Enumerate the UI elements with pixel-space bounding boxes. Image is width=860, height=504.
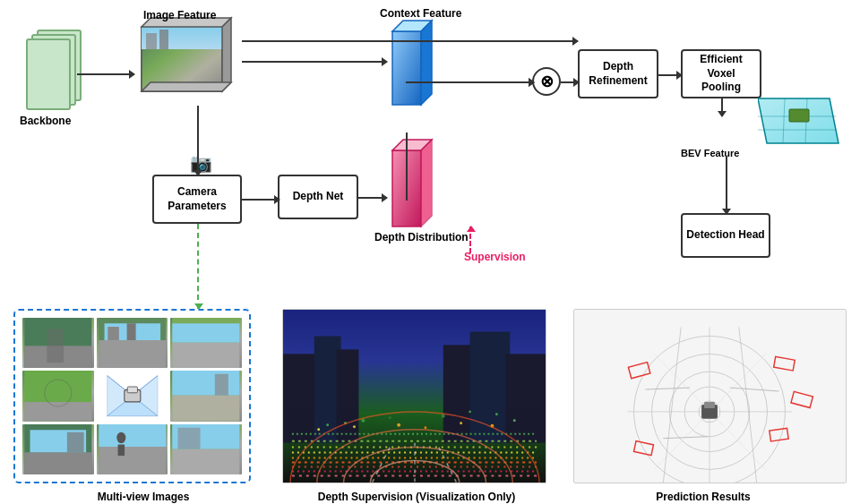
svg-point-89 bbox=[397, 423, 400, 427]
svg-point-78 bbox=[326, 423, 329, 426]
mv-grid bbox=[22, 318, 242, 474]
svg-rect-35 bbox=[24, 402, 91, 421]
svg-rect-33 bbox=[173, 323, 240, 342]
svg-point-82 bbox=[415, 413, 417, 415]
mv-cell-6 bbox=[170, 371, 242, 421]
arrow-imgfeat-depthref-top bbox=[242, 40, 578, 42]
svg-rect-56 bbox=[117, 444, 125, 456]
bev-feature-svg bbox=[758, 90, 847, 157]
mv-cell-9 bbox=[170, 424, 242, 474]
prediction-panel bbox=[573, 309, 847, 483]
svg-point-91 bbox=[460, 422, 462, 424]
backbone-stack bbox=[25, 27, 77, 116]
svg-rect-27 bbox=[99, 340, 166, 368]
prediction-label: Prediction Results bbox=[578, 491, 829, 503]
mv-cell-center bbox=[97, 371, 168, 421]
svg-rect-32 bbox=[173, 343, 240, 369]
context-feature-label: Context Feature bbox=[380, 7, 461, 20]
svg-point-80 bbox=[361, 419, 365, 423]
svg-rect-46 bbox=[173, 371, 240, 396]
detection-head-box: Detection Head bbox=[681, 213, 770, 258]
svg-point-84 bbox=[469, 410, 471, 413]
svg-point-55 bbox=[116, 431, 125, 443]
mv-cell-7 bbox=[22, 424, 94, 474]
depth-distribution-label: Depth Distribution bbox=[374, 231, 469, 243]
mv-cell-8 bbox=[97, 424, 168, 474]
arrow-depthdist-multiply bbox=[406, 81, 534, 83]
arrow-voxel-bev bbox=[721, 98, 723, 116]
svg-rect-11 bbox=[392, 31, 421, 105]
arrow-imgfeat-camera bbox=[197, 106, 199, 175]
svg-point-90 bbox=[424, 426, 426, 429]
svg-point-87 bbox=[317, 428, 320, 431]
camera-parameters-box: Camera Parameters bbox=[152, 175, 242, 224]
svg-rect-29 bbox=[108, 327, 119, 340]
arrow-imgfeat-ctx bbox=[242, 61, 387, 63]
svg-rect-2 bbox=[27, 39, 70, 109]
bev-feature-label: BEV Feature bbox=[681, 148, 739, 158]
svg-point-88 bbox=[353, 425, 356, 428]
multiview-panel bbox=[13, 309, 251, 483]
svg-rect-51 bbox=[67, 431, 84, 452]
svg-rect-6 bbox=[146, 33, 157, 49]
svg-marker-10 bbox=[142, 82, 231, 91]
voxel-pooling-box: Efficient Voxel Pooling bbox=[681, 49, 761, 98]
svg-rect-58 bbox=[173, 448, 240, 474]
mv-cell-3 bbox=[170, 318, 242, 368]
svg-marker-9 bbox=[222, 18, 231, 91]
arrow-pink-supervision bbox=[469, 226, 471, 253]
multiview-label: Multi-view Images bbox=[72, 491, 215, 503]
svg-marker-13 bbox=[421, 21, 432, 105]
svg-marker-16 bbox=[421, 140, 432, 226]
arrow-multiply-depthref bbox=[561, 81, 579, 83]
svg-rect-7 bbox=[159, 30, 168, 49]
depth-net-box: Depth Net bbox=[278, 175, 358, 219]
svg-rect-62 bbox=[283, 354, 319, 442]
arrow-depthnet-depthdist bbox=[358, 197, 387, 199]
svg-rect-54 bbox=[99, 424, 166, 447]
svg-point-119 bbox=[706, 408, 713, 415]
svg-rect-64 bbox=[337, 349, 359, 442]
svg-rect-30 bbox=[126, 323, 135, 340]
backbone-label: Backbone bbox=[20, 115, 71, 127]
mv-cell-1 bbox=[22, 318, 94, 368]
svg-rect-43 bbox=[127, 387, 137, 393]
svg-rect-49 bbox=[24, 452, 91, 474]
mv-cell-2 bbox=[97, 318, 168, 368]
context-feature-svg bbox=[385, 13, 448, 112]
arrow-dashed-camera-multiview bbox=[197, 224, 199, 309]
depth-supervision-label-bottom: Depth Supervision (Visualization Only) bbox=[278, 491, 555, 503]
svg-rect-47 bbox=[215, 374, 228, 396]
depth-distribution-svg bbox=[385, 132, 448, 235]
svg-rect-113 bbox=[704, 402, 715, 408]
svg-rect-25 bbox=[47, 329, 64, 363]
arrow-depthdist-v bbox=[406, 132, 408, 201]
backbone-svg bbox=[25, 27, 88, 125]
svg-point-85 bbox=[495, 413, 498, 415]
architecture-diagram: Backbone Image Featur bbox=[0, 0, 860, 504]
arrow-depthref-voxel bbox=[658, 74, 682, 76]
svg-rect-45 bbox=[173, 396, 240, 422]
svg-rect-22 bbox=[789, 109, 809, 122]
arrow-backbone-imgfeat bbox=[77, 73, 134, 75]
svg-rect-60 bbox=[178, 427, 201, 448]
mv-cell-4 bbox=[22, 371, 94, 421]
svg-point-86 bbox=[513, 419, 516, 422]
svg-point-81 bbox=[389, 416, 391, 419]
svg-rect-67 bbox=[505, 354, 546, 442]
supervision-label: Supervision bbox=[464, 251, 526, 263]
depth-supervision-panel bbox=[282, 309, 546, 483]
svg-rect-65 bbox=[443, 345, 475, 442]
arrow-camera-depthnet bbox=[242, 199, 280, 201]
svg-point-83 bbox=[442, 414, 445, 418]
depth-refinement-box: Depth Refinement bbox=[578, 49, 658, 98]
image-feature-svg bbox=[133, 13, 240, 103]
image-feature-label: Image Feature bbox=[143, 9, 216, 21]
arrow-bev-detecthead bbox=[726, 156, 727, 214]
svg-rect-53 bbox=[99, 447, 166, 474]
